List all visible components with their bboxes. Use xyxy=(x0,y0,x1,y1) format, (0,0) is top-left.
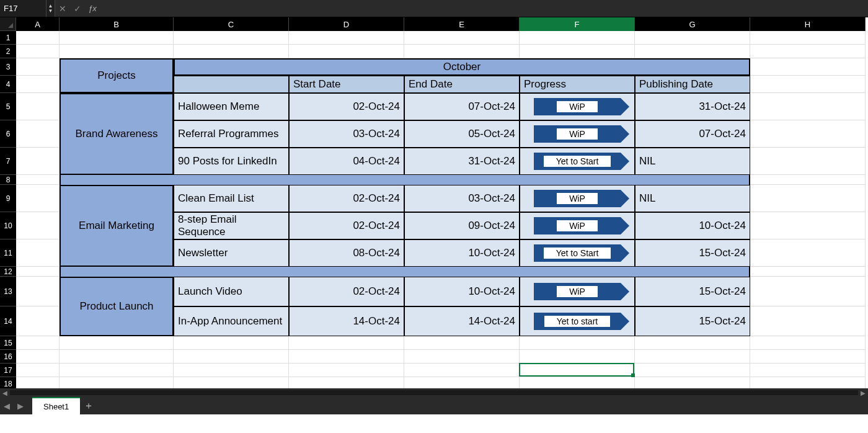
end-1-0[interactable]: 03-Oct-24 xyxy=(404,185,520,212)
row-header-7[interactable]: 7 xyxy=(0,148,16,175)
spacer-1[interactable] xyxy=(60,267,750,277)
publish-1-1[interactable]: 10-Oct-24 xyxy=(635,212,750,239)
row-header-6[interactable]: 6 xyxy=(0,120,16,148)
row-header-2[interactable]: 2 xyxy=(0,45,16,58)
header-blank[interactable] xyxy=(174,76,289,93)
publish-2-0[interactable]: 15-Oct-24 xyxy=(635,277,750,306)
row-header-9[interactable]: 9 xyxy=(0,185,16,212)
row-header-16[interactable]: 16 xyxy=(0,350,16,364)
publish-0-0[interactable]: 31-Oct-24 xyxy=(635,93,750,120)
spacer-0[interactable] xyxy=(60,175,750,185)
header-progress[interactable]: Progress xyxy=(520,76,635,93)
formula-input[interactable] xyxy=(100,0,868,17)
sheet-nav-next-icon[interactable]: ▶ xyxy=(14,397,27,414)
column-header-A[interactable]: A xyxy=(16,17,60,31)
progress-chip[interactable]: WiP xyxy=(534,190,621,207)
group-0-name[interactable]: Brand Awareness xyxy=(60,93,174,175)
publish-1-2[interactable]: 15-Oct-24 xyxy=(635,239,750,267)
progress-0-1[interactable]: WiP xyxy=(520,120,635,148)
row-header-13[interactable]: 13 xyxy=(0,277,16,306)
end-0-1[interactable]: 05-Oct-24 xyxy=(404,120,520,148)
end-1-1[interactable]: 09-Oct-24 xyxy=(404,212,520,239)
task-2-0[interactable]: Launch Video xyxy=(174,277,289,306)
hscroll-track[interactable] xyxy=(10,390,858,395)
start-2-0[interactable]: 02-Oct-24 xyxy=(289,277,404,306)
row-header-14[interactable]: 14 xyxy=(0,306,16,336)
add-sheet-button[interactable]: ＋ xyxy=(80,397,97,414)
header-month[interactable]: October xyxy=(174,58,750,76)
progress-chip[interactable]: WiP xyxy=(534,217,621,234)
row-header-5[interactable]: 5 xyxy=(0,93,16,120)
group-1-name[interactable]: Email Marketing xyxy=(60,185,174,267)
progress-chip[interactable]: Yet to Start xyxy=(534,244,621,262)
end-0-2[interactable]: 31-Oct-24 xyxy=(404,148,520,175)
progress-chip[interactable]: Yet to Start xyxy=(534,153,621,170)
task-1-0[interactable]: Clean Email List xyxy=(174,185,289,212)
publish-1-0[interactable]: NIL xyxy=(635,185,750,212)
horizontal-scrollbar[interactable]: ◀ ▶ xyxy=(0,388,868,397)
row-header-17[interactable]: 17 xyxy=(0,364,16,377)
hscroll-left-icon[interactable]: ◀ xyxy=(0,390,10,396)
end-1-2[interactable]: 10-Oct-24 xyxy=(404,239,520,267)
start-1-0[interactable]: 02-Oct-24 xyxy=(289,185,404,212)
column-header-F[interactable]: F xyxy=(520,17,635,31)
header-projects[interactable]: Projects xyxy=(60,58,174,93)
fx-icon[interactable]: ƒx xyxy=(85,0,100,17)
progress-chip[interactable]: WiP xyxy=(534,125,621,143)
end-2-0[interactable]: 10-Oct-24 xyxy=(404,277,520,306)
row-header-8[interactable]: 8 xyxy=(0,175,16,185)
start-2-1[interactable]: 14-Oct-24 xyxy=(289,306,404,336)
progress-2-0[interactable]: WiP xyxy=(520,277,635,306)
sheet-nav-prev-icon[interactable]: ◀ xyxy=(0,397,14,414)
publish-0-2[interactable]: NIL xyxy=(635,148,750,175)
name-box-spinner[interactable]: ▲ ▼ xyxy=(46,0,55,17)
header-publishing-date[interactable]: Publishing Date xyxy=(635,76,750,93)
start-1-2[interactable]: 08-Oct-24 xyxy=(289,239,404,267)
task-1-1[interactable]: 8-step Email Sequence xyxy=(174,212,289,239)
row-header-4[interactable]: 4 xyxy=(0,76,16,93)
task-1-2[interactable]: Newsletter xyxy=(174,239,289,267)
publish-0-1[interactable]: 07-Oct-24 xyxy=(635,120,750,148)
progress-2-1[interactable]: Yet to start xyxy=(520,306,635,336)
row-header-12[interactable]: 12 xyxy=(0,267,16,277)
cancel-formula-button[interactable]: ✕ xyxy=(55,0,70,17)
group-2-name[interactable]: Product Launch xyxy=(60,277,174,336)
progress-chip[interactable]: Yet to start xyxy=(534,313,621,330)
row-header-15[interactable]: 15 xyxy=(0,336,16,350)
end-0-0[interactable]: 07-Oct-24 xyxy=(404,93,520,120)
select-all-triangle[interactable] xyxy=(0,17,16,31)
start-0-2[interactable]: 04-Oct-24 xyxy=(289,148,404,175)
task-2-1[interactable]: In-App Announcement xyxy=(174,306,289,336)
progress-1-1[interactable]: WiP xyxy=(520,212,635,239)
start-1-1[interactable]: 02-Oct-24 xyxy=(289,212,404,239)
name-box[interactable]: F17 xyxy=(0,0,46,17)
column-header-C[interactable]: C xyxy=(174,17,289,31)
header-end-date[interactable]: End Date xyxy=(404,76,520,93)
column-header-E[interactable]: E xyxy=(404,17,520,31)
progress-0-0[interactable]: WiP xyxy=(520,93,635,120)
row-header-10[interactable]: 10 xyxy=(0,212,16,239)
task-0-1[interactable]: Referral Programmes xyxy=(174,120,289,148)
progress-chip[interactable]: WiP xyxy=(534,98,621,115)
task-0-2[interactable]: 90 Posts for LinkedIn xyxy=(174,148,289,175)
end-2-1[interactable]: 14-Oct-24 xyxy=(404,306,520,336)
column-header-G[interactable]: G xyxy=(635,17,750,31)
row-header-3[interactable]: 3 xyxy=(0,58,16,76)
row-header-11[interactable]: 11 xyxy=(0,239,16,267)
accept-formula-button[interactable]: ✓ xyxy=(70,0,85,17)
progress-1-0[interactable]: WiP xyxy=(520,185,635,212)
sheet-tab-active[interactable]: Sheet1 xyxy=(32,397,80,414)
spinner-down-icon[interactable]: ▼ xyxy=(48,9,53,14)
task-0-0[interactable]: Halloween Meme xyxy=(174,93,289,120)
column-header-B[interactable]: B xyxy=(60,17,174,31)
progress-chip[interactable]: WiP xyxy=(534,283,621,300)
progress-0-2[interactable]: Yet to Start xyxy=(520,148,635,175)
column-header-H[interactable]: H xyxy=(750,17,866,31)
publish-2-1[interactable]: 15-Oct-24 xyxy=(635,306,750,336)
row-header-1[interactable]: 1 xyxy=(0,31,16,45)
progress-1-2[interactable]: Yet to Start xyxy=(520,239,635,267)
column-header-D[interactable]: D xyxy=(289,17,404,31)
header-start-date[interactable]: Start Date xyxy=(289,76,404,93)
start-0-0[interactable]: 02-Oct-24 xyxy=(289,93,404,120)
start-0-1[interactable]: 03-Oct-24 xyxy=(289,120,404,148)
